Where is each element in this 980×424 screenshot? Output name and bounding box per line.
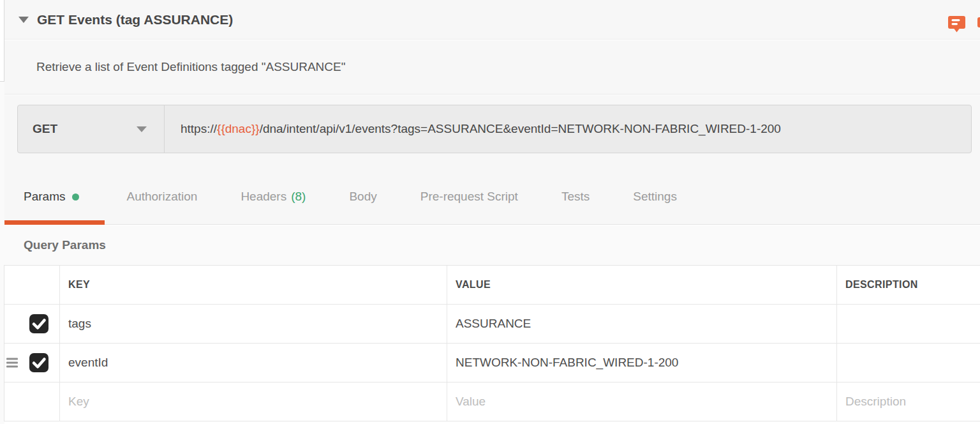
headers-count-badge: (8) (291, 190, 306, 204)
param-value-cell[interactable]: NETWORK-NON-FABRIC_WIRED-1-200 (447, 344, 837, 382)
url-suffix: /dna/intent/api/v1/events?tags=ASSURANCE… (260, 122, 781, 136)
active-tab-underline (4, 220, 105, 225)
tab-pre-request-script[interactable]: Pre-request Script (399, 169, 540, 224)
tab-tests[interactable]: Tests (540, 169, 611, 224)
request-tabs: Params Authorization Headers (8) Body Pr… (4, 169, 980, 225)
tab-settings-label: Settings (633, 190, 677, 204)
checkmark-icon (29, 353, 48, 372)
sidebar-edge-segment (0, 0, 4, 82)
param-key-cell[interactable]: eventId (60, 344, 447, 382)
request-title: GET Events (tag ASSURANCE) (37, 12, 233, 27)
cutoff-icon-sliver[interactable] (977, 17, 980, 27)
request-description-bar: Retrieve a list of Event Definitions tag… (4, 40, 980, 95)
param-description-cell[interactable] (837, 344, 980, 382)
description-placeholder: Description (845, 395, 906, 409)
query-params-table: KEY VALUE DESCRIPTION tags ASSURANCE (4, 265, 980, 421)
row-checkbox-checked[interactable] (29, 314, 48, 333)
checkmark-icon (29, 314, 48, 333)
request-title-bar: GET Events (tag ASSURANCE) (4, 0, 980, 40)
url-input[interactable]: https://{{dnac}}/dna/intent/api/v1/event… (165, 105, 971, 153)
param-value-text: NETWORK-NON-FABRIC_WIRED-1-200 (456, 356, 678, 370)
tab-body[interactable]: Body (327, 169, 398, 224)
new-param-key-input[interactable]: Key (60, 382, 447, 421)
url-variable: {{dnac}} (217, 122, 260, 136)
tab-tests-label: Tests (561, 190, 590, 204)
row-controls-cell (4, 305, 60, 343)
query-params-section: Query Params (4, 225, 980, 265)
collapse-triangle-icon[interactable] (19, 17, 29, 23)
drag-handle-icon[interactable] (6, 358, 18, 368)
comment-icon[interactable] (948, 16, 965, 33)
column-header-key: KEY (60, 266, 447, 304)
tab-authorization[interactable]: Authorization (105, 169, 219, 224)
param-key-text: eventId (68, 356, 108, 370)
table-row-tags: tags ASSURANCE (4, 305, 980, 344)
tab-headers-label: Headers (241, 190, 286, 204)
column-header-value: VALUE (447, 266, 837, 304)
row-controls-cell (4, 344, 60, 382)
method-dropdown[interactable]: GET (18, 105, 165, 153)
param-value-cell[interactable]: ASSURANCE (447, 305, 837, 343)
tab-authorization-label: Authorization (126, 190, 197, 204)
tab-settings[interactable]: Settings (611, 169, 699, 224)
column-header-description: DESCRIPTION (837, 266, 980, 304)
tab-pre-request-script-label: Pre-request Script (420, 190, 518, 204)
header-checkbox-column (4, 266, 60, 304)
param-description-cell[interactable] (837, 305, 980, 343)
param-key-cell[interactable]: tags (60, 305, 447, 343)
chevron-down-icon (137, 126, 147, 132)
new-param-description-input[interactable]: Description (837, 382, 980, 421)
new-param-value-input[interactable]: Value (447, 382, 837, 421)
row-controls-cell (4, 382, 60, 421)
table-row-eventid: eventId NETWORK-NON-FABRIC_WIRED-1-200 (4, 344, 980, 382)
url-prefix: https:// (181, 122, 217, 136)
value-placeholder: Value (456, 395, 486, 409)
param-key-text: tags (68, 317, 91, 331)
tab-headers[interactable]: Headers (8) (219, 169, 327, 224)
tab-params[interactable]: Params (4, 169, 105, 224)
param-value-text: ASSURANCE (456, 317, 531, 331)
query-params-title: Query Params (24, 238, 106, 252)
key-placeholder: Key (68, 395, 89, 409)
table-header-row: KEY VALUE DESCRIPTION (4, 266, 980, 305)
url-section: GET https://{{dnac}}/dna/intent/api/v1/e… (4, 95, 980, 169)
row-checkbox-checked[interactable] (29, 353, 48, 372)
tab-params-label: Params (24, 190, 65, 204)
tab-body-label: Body (349, 190, 376, 204)
table-row-new-param: Key Value Description (4, 382, 980, 421)
url-bar: GET https://{{dnac}}/dna/intent/api/v1/e… (17, 105, 972, 153)
params-status-dot (72, 193, 79, 201)
request-description: Retrieve a list of Event Definitions tag… (36, 60, 345, 74)
method-label: GET (33, 122, 57, 136)
